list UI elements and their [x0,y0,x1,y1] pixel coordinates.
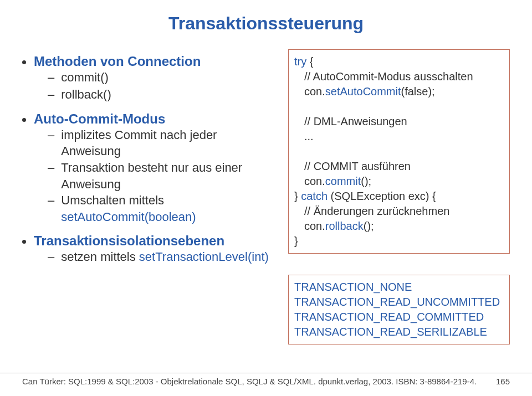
kw-try: try [294,55,306,68]
bullet-dot-icon [22,240,26,244]
heading-methods: Methoden von Connection [34,54,201,69]
sub-item: – implizites Commit nach jeder Anweisung [48,127,277,160]
content-columns: Methoden von Connection – commit() – rol… [22,49,510,344]
bullet-isolation: Transaktionsisolationsebenen [22,233,277,249]
code-text: (SQLException exc) { [328,190,436,202]
code-comment: // Änderungen zurücknehmen [294,204,504,219]
isolation-levels-box: TRANSACTION_NONE TRANSACTION_READ_UNCOMM… [288,275,510,344]
bullet-autocommit: Auto-Commit-Modus [22,111,277,127]
slide-title: Transaktionssteuerung [22,13,510,34]
dash-icon: – [48,192,54,209]
left-column: Methoden von Connection – commit() – rol… [22,49,277,344]
sub-item: – setzen mittels setTransactionLevel(int… [48,249,277,266]
code-text: (); [361,175,371,187]
code-text: con. [304,220,325,232]
iso-level: TRANSACTION_NONE [294,280,504,295]
method-setautocommit: setAutoCommit(boolean) [61,210,196,224]
dash-icon: – [48,160,54,177]
heading-autocommit: Auto-Commit-Modus [34,111,165,127]
code-line: try { [294,54,504,69]
bullet-dot-icon [22,60,26,64]
dash-icon: – [48,127,54,144]
code-comment: // AutoCommit-Modus ausschalten [294,69,504,84]
iso-level: TRANSACTION_READ_UNCOMMITTED [294,295,504,310]
footer-citation: Can Türker: SQL:1999 & SQL:2003 - Objekt… [22,377,477,386]
sub-item: – commit() [48,69,277,86]
code-line: con.rollback(); [294,219,504,234]
sublist-isolation: – setzen mittels setTransactionLevel(int… [48,249,277,266]
right-column: try { // AutoCommit-Modus ausschalten co… [288,49,510,344]
sub-text-prefix: Umschalten mittels [61,193,164,207]
code-line: con.setAutoCommit(false); [294,84,504,99]
code-line: } [294,234,504,249]
footer: Can Türker: SQL:1999 & SQL:2003 - Objekt… [0,373,532,386]
code-text: (false); [401,85,435,97]
code-comment: // COMMIT ausführen [294,159,504,174]
sub-text: setzen mittels setTransactionLevel(int) [61,249,269,265]
sub-text: Umschalten mittels setAutoCommit(boolean… [61,192,277,225]
footer-page-number: 165 [496,377,510,386]
code-box: try { // AutoCommit-Modus ausschalten co… [288,49,510,254]
iso-level: TRANSACTION_READ_COMMITTED [294,310,504,325]
method-name: commit [325,175,361,187]
iso-level: TRANSACTION_READ_SERILIZABLE [294,325,504,340]
code-text: { [306,55,313,68]
sub-item: – Umschalten mittels setAutoCommit(boole… [48,192,277,225]
code-line: ... [294,129,504,144]
sub-text: Transaktion besteht nur aus einer Anweis… [61,160,277,192]
method-commit: commit() [61,69,109,86]
sub-text: implizites Commit nach jeder Anweisung [61,127,277,160]
code-line [294,99,504,114]
dash-icon: – [48,86,54,104]
code-text: con. [304,85,325,97]
sub-item: – rollback() [48,86,277,104]
sublist-autocommit: – implizites Commit nach jeder Anweisung… [48,127,277,225]
sub-item: – Transaktion besteht nur aus einer Anwe… [48,160,277,192]
heading-isolation: Transaktionsisolationsebenen [34,233,224,249]
bullet-methods: Methoden von Connection [22,54,277,69]
slide: Transaktionssteuerung Methoden von Conne… [0,0,532,396]
sublist-methods: – commit() – rollback() [48,69,277,104]
code-line: } catch (SQLException exc) { [294,189,504,204]
dash-icon: – [48,69,54,86]
method-name: rollback [325,220,364,232]
code-text: (); [364,220,374,232]
code-line: con.commit(); [294,174,504,189]
bullet-dot-icon [22,118,26,122]
code-text: con. [304,175,325,187]
method-settransactionlevel: setTransactionLevel(int) [139,250,269,264]
code-comment: // DML-Anweisungen [294,114,504,129]
kw-catch: catch [301,190,328,202]
dash-icon: – [48,249,54,266]
method-rollback: rollback() [61,86,111,103]
method-name: setAutoCommit [325,85,401,97]
sub-text-prefix: setzen mittels [61,250,139,264]
code-text: } [294,190,301,202]
code-line [294,144,504,159]
